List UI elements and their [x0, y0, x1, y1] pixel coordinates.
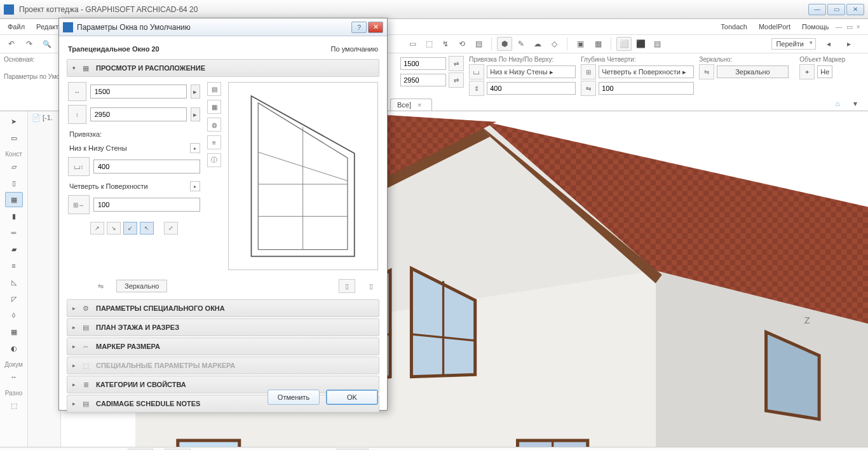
section-special[interactable]: ⚙ПАРАМЕТРЫ СПЕЦИАЛЬНОГО ОКНА — [67, 299, 379, 317]
quarter-value-input[interactable] — [599, 82, 694, 95]
tool-x2[interactable]: ▦ — [590, 37, 606, 51]
tool-grp1-c[interactable]: ☁ — [530, 37, 545, 51]
mirror-button[interactable]: Зеркально — [717, 65, 788, 78]
tool-d[interactable]: ⟲ — [454, 37, 470, 51]
quarter-dropdown[interactable]: Четверть к Поверхности ▸ — [599, 65, 694, 78]
tool-x1[interactable]: ▣ — [573, 37, 588, 51]
opening-dir-2[interactable]: ▯ — [363, 279, 379, 293]
dlg-quarter-input[interactable] — [93, 198, 200, 212]
morph-tool[interactable]: ◊ — [5, 308, 23, 323]
ctx-width-input[interactable] — [400, 57, 446, 70]
redo-button[interactable]: ↷ — [22, 37, 37, 51]
preview-mode-3[interactable]: ◍ — [207, 118, 221, 132]
section-preview-head[interactable]: ▦ ПРОСМОТР И РАСПОЛОЖЕНИЕ — [67, 59, 379, 77]
tool-b[interactable]: ⬚ — [421, 37, 437, 51]
door-tool[interactable]: ▯ — [5, 175, 23, 191]
beam-tool[interactable]: ═ — [5, 225, 23, 240]
roof-tool[interactable]: ◺ — [5, 275, 23, 290]
tab-list-icon[interactable]: ▾ — [848, 97, 863, 111]
nav-prev[interactable]: ◂ — [821, 37, 836, 51]
flip-tog-5[interactable]: ⤢ — [164, 222, 178, 235]
tab-close-icon[interactable]: × — [417, 101, 421, 109]
marquee-tool[interactable]: ▭ — [5, 130, 23, 146]
width-stepper[interactable]: ▸ — [191, 85, 200, 99]
quarter-header: Глубина Четверти: — [581, 56, 694, 63]
search-button[interactable]: 🔍 — [39, 37, 55, 51]
flip-tog-2[interactable]: ↘ — [107, 222, 121, 235]
wall-tool[interactable]: ▱ — [5, 159, 23, 174]
dlg-width-input[interactable] — [90, 85, 187, 99]
tool-grp1-d[interactable]: ◇ — [546, 37, 562, 51]
tab-nav-icon[interactable]: ⌂ — [830, 97, 845, 111]
slab-tool[interactable]: ▰ — [5, 242, 23, 257]
ok-button[interactable]: OK — [326, 390, 378, 405]
dialog-titlebar[interactable]: Параметры Окна по Умолчанию ? ✕ — [59, 18, 387, 36]
maximize-button[interactable]: ▭ — [827, 4, 845, 15]
nav-next[interactable]: ▸ — [841, 37, 857, 51]
dlg-height-input[interactable] — [90, 107, 187, 121]
doc-max-icon[interactable]: ▭ — [846, 23, 853, 31]
section-marker[interactable]: ↔МАРКЕР РАЗМЕРА — [67, 338, 379, 355]
ctx-height-input[interactable] — [400, 74, 446, 86]
misc-tool[interactable]: ⬚ — [5, 398, 23, 413]
dialog-close-button[interactable]: ✕ — [368, 22, 383, 33]
section-marker-special: ⬚СПЕЦИАЛЬНЫЕ ПАРАМЕТРЫ МАРКЕРА — [67, 357, 379, 374]
dialog-help-button[interactable]: ? — [351, 22, 367, 33]
preview-mode-5[interactable]: ⓘ — [207, 153, 221, 167]
flip-tog-1[interactable]: ↗ — [90, 222, 104, 235]
navigate-dropdown[interactable]: Перейти — [771, 38, 816, 50]
height-stepper[interactable]: ▸ — [191, 107, 200, 121]
menu-modelport[interactable]: ModelPort — [754, 21, 796, 32]
menu-help[interactable]: Помощь — [797, 21, 834, 32]
tool-c[interactable]: ↯ — [438, 37, 453, 51]
view3d-c[interactable]: ▤ — [649, 37, 665, 51]
anchor-label: Привязка: — [68, 128, 200, 138]
shell-tool[interactable]: ◸ — [5, 291, 23, 306]
undo-button[interactable]: ↶ — [4, 37, 19, 51]
flip-tog-4[interactable]: ↖ — [140, 222, 154, 235]
section-plan[interactable]: ▤ПЛАН ЭТАЖА И РАЗРЕЗ — [67, 318, 379, 336]
window-tool[interactable]: ▦ — [5, 192, 23, 207]
arrow-tool[interactable]: ➤ — [5, 114, 23, 129]
quarter-dd-arrow[interactable]: ▸ — [190, 181, 200, 191]
dialog-title: Параметры Окна по Умолчанию — [77, 23, 350, 32]
anchor-dropdown[interactable]: Низ к Низу Стены ▸ — [487, 65, 576, 78]
tool-grp1-b[interactable]: ✎ — [513, 37, 529, 51]
preview-mode-4[interactable]: ≡ — [207, 135, 221, 149]
minimize-button[interactable]: — — [808, 4, 826, 15]
anchor-dd-arrow[interactable]: ▸ — [190, 143, 200, 153]
opening-dir-1[interactable]: ▯ — [339, 279, 355, 293]
height-icon: ↕ — [68, 105, 86, 124]
view3d-b[interactable]: ⬛ — [633, 37, 648, 51]
stair-tool[interactable]: ≡ — [5, 258, 23, 273]
tool-e[interactable]: ▤ — [471, 37, 486, 51]
menu-file[interactable]: Файл — [3, 21, 30, 32]
tool-grp1-a[interactable]: ⬢ — [497, 37, 512, 51]
menu-tondach[interactable]: Tondach — [715, 21, 752, 32]
anchor-value-input[interactable] — [487, 82, 576, 95]
tab-3d[interactable]: Все] × — [390, 99, 432, 111]
column-tool[interactable]: ▮ — [5, 208, 23, 224]
dlg-mirror-button[interactable]: Зеркально — [116, 280, 167, 292]
ctx-link2-icon[interactable]: ⇄ — [449, 72, 464, 88]
preview-mode-1[interactable]: ▤ — [207, 82, 221, 96]
close-button[interactable]: ✕ — [846, 4, 864, 15]
marker-dropdown[interactable]: Не — [817, 65, 832, 78]
cancel-button[interactable]: Отменить — [268, 390, 320, 405]
nav-tab[interactable]: 📄 [-1. — [28, 111, 60, 125]
quarter-dd-label: Четверть к Поверхности — [69, 182, 148, 190]
dlg-anchor-input[interactable] — [93, 160, 200, 174]
curtain-tool[interactable]: ▦ — [5, 324, 23, 339]
default-link[interactable]: По умолчанию — [331, 45, 378, 53]
view3d-a[interactable]: ⬜ — [616, 37, 632, 51]
flip-tog-3[interactable]: ↙ — [123, 222, 137, 235]
doc-close-icon[interactable]: × — [857, 23, 860, 31]
dim-tool[interactable]: ↔ — [5, 369, 23, 385]
ctx-link-icon[interactable]: ⇄ — [449, 56, 464, 71]
tool-a[interactable]: ▭ — [405, 37, 420, 51]
preview-mode-2[interactable]: ▦ — [207, 100, 221, 114]
status-bar: ⌂ ☆ ▸ 🔍 Текущее Уве… ▸ ∠ 0,00° ▸ 1:100 ▸… — [0, 447, 868, 450]
doc-min-icon[interactable]: — — [836, 23, 843, 31]
object-tool[interactable]: ◐ — [5, 341, 23, 356]
svg-text:z: z — [804, 313, 810, 326]
